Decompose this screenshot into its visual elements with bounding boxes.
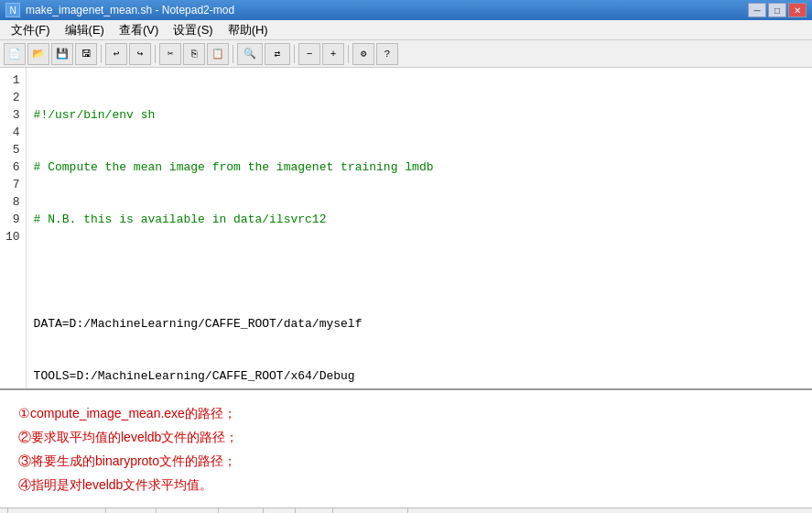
code-line-1: #!/usr/bin/env sh [34, 106, 805, 124]
line-num-6: 6 [5, 158, 20, 176]
code-line-3: # N.B. this is available in data/ilsvrc1… [34, 211, 805, 228]
save-as-button[interactable]: 🖫 [75, 43, 97, 65]
annotation-line-3: ③将要生成的binaryproto文件的路径； [18, 449, 794, 473]
status-language: Shell Script [333, 508, 408, 513]
menu-file[interactable]: 文件(F) [4, 20, 58, 40]
title-bar-left: N make_imagenet_mean.sh - Notepad2-mod [5, 3, 234, 17]
annotation-area: ①compute_image_mean.exe的路径； ②要求取平均值的leve… [0, 388, 812, 508]
status-bytes: 328 字节 [157, 508, 219, 513]
code-line-4 [34, 263, 805, 280]
line-num-2: 2 [5, 89, 20, 106]
line-num-10: 10 [5, 228, 20, 246]
misc-button-2[interactable]: ? [376, 43, 398, 65]
line-num-7: 7 [5, 176, 20, 193]
editor-body: 1 2 3 4 5 6 7 8 9 10 #!/usr/bin/env sh #… [0, 68, 812, 388]
code-line-2: # Compute the mean image from the imagen… [34, 158, 805, 176]
status-line-end: LF [264, 508, 296, 513]
separator-2 [155, 45, 156, 63]
open-button[interactable]: 📂 [27, 43, 49, 65]
status-mode: INS [296, 508, 333, 513]
line-num-3: 3 [5, 106, 20, 124]
maximize-button[interactable]: □ [768, 3, 786, 17]
title-bar: N make_imagenet_mean.sh - Notepad2-mod ─… [0, 0, 812, 20]
menu-help[interactable]: 帮助(H) [221, 20, 276, 40]
separator-5 [348, 45, 349, 63]
status-position: 行 10：10 列 13 [7, 508, 106, 513]
annotation-line-1: ①compute_image_mean.exe的路径； [18, 401, 794, 425]
toolbar: 📄 📂 💾 🖫 ↩ ↪ ✂ ⎘ 📋 🔍 ⇄ − + ⚙ ? [0, 40, 812, 68]
status-bar: 行 10：10 列 13 选定 0 328 字节 ANSI LF INS She… [0, 508, 812, 513]
menu-view[interactable]: 查看(V) [112, 20, 166, 40]
status-selection: 选定 0 [106, 508, 157, 513]
save-button[interactable]: 💾 [51, 43, 73, 65]
cut-button[interactable]: ✂ [159, 43, 181, 65]
window-controls[interactable]: ─ □ ✕ [748, 3, 807, 17]
line-num-5: 5 [5, 141, 20, 158]
paste-button[interactable]: 📋 [207, 43, 229, 65]
undo-button[interactable]: ↩ [105, 43, 127, 65]
line-numbers: 1 2 3 4 5 6 7 8 9 10 [0, 68, 27, 388]
misc-button[interactable]: ⚙ [352, 43, 374, 65]
menu-settings[interactable]: 设置(S) [166, 20, 220, 40]
zoom-in-button[interactable]: + [322, 43, 344, 65]
menu-bar: 文件(F) 编辑(E) 查看(V) 设置(S) 帮助(H) [0, 20, 812, 40]
line-num-1: 1 [5, 71, 20, 89]
code-line-6: TOOLS=D:/MachineLearning/CAFFE_ROOT/x64/… [34, 367, 805, 385]
find-button[interactable]: 🔍 [237, 43, 263, 65]
code-line-5: DATA=D:/MachineLearning/CAFFE_ROOT/data/… [34, 315, 805, 333]
annotation-line-4: ④指明是对leveldb文件求平均值。 [18, 473, 794, 497]
annotation-line-2: ②要求取平均值的leveldb文件的路径； [18, 425, 794, 449]
status-encoding: ANSI [219, 508, 264, 513]
close-button[interactable]: ✕ [788, 3, 807, 17]
redo-button[interactable]: ↪ [129, 43, 151, 65]
minimize-button[interactable]: ─ [748, 3, 766, 17]
code-editor[interactable]: #!/usr/bin/env sh # Compute the mean ima… [27, 68, 812, 388]
copy-button[interactable]: ⎘ [183, 43, 205, 65]
line-num-8: 8 [5, 193, 20, 211]
menu-edit[interactable]: 编辑(E) [58, 20, 112, 40]
line-num-4: 4 [5, 124, 20, 141]
new-button[interactable]: 📄 [4, 43, 26, 65]
separator-4 [294, 45, 295, 63]
separator-1 [101, 45, 102, 63]
zoom-out-button[interactable]: − [298, 43, 320, 65]
find-replace-button[interactable]: ⇄ [265, 43, 290, 65]
app-icon: N [5, 3, 20, 17]
line-num-9: 9 [5, 211, 20, 228]
window-title: make_imagenet_mean.sh - Notepad2-mod [26, 4, 234, 16]
separator-3 [233, 45, 233, 63]
